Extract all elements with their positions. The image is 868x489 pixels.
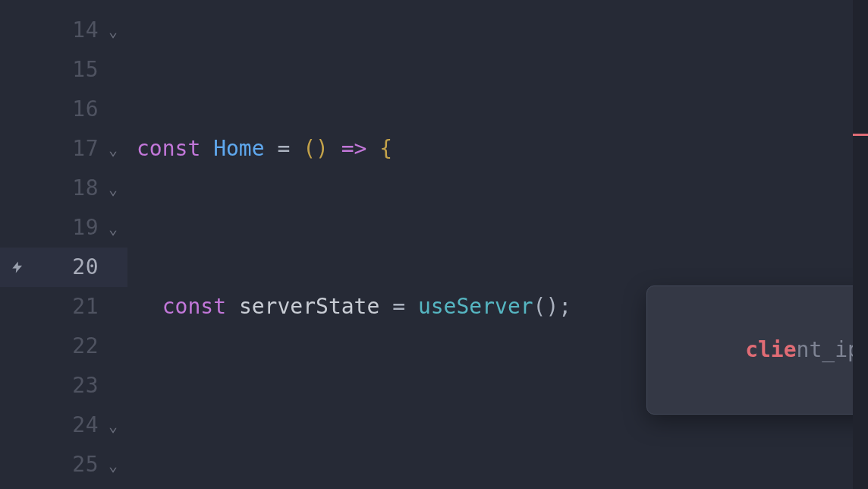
fold-toggle[interactable]: ⌄ [99,406,127,446]
line-number: 23 [12,366,99,405]
line-number: 22 [12,327,99,366]
fold-toggle[interactable]: ⌄ [99,11,127,51]
gutter-row: 19 ⌄ [0,208,127,248]
fold-toggle[interactable]: ⌄ [99,130,127,169]
gutter-row: 23 [0,366,127,405]
code-area[interactable]: const Home = () => { const serverState =… [127,0,868,489]
scrollbar[interactable] [853,0,868,489]
autocomplete-rest: nt_ip [797,337,860,362]
error-marker[interactable] [853,134,868,136]
autocomplete-match: clie [745,337,796,362]
gutter-row: 18 ⌄ [0,169,127,208]
code-editor[interactable]: 14 ⌄ 15 16 17 ⌄ 18 ⌄ 19 ⌄ [0,0,868,489]
gutter: 14 ⌄ 15 16 17 ⌄ 18 ⌄ 19 ⌄ [0,0,127,489]
line-number: 19 [12,208,99,248]
line-number: 21 [12,287,99,327]
gutter-row: 20 [0,248,127,287]
line-number: 14 [12,11,99,50]
fold-toggle[interactable]: ⌄ [99,209,127,248]
gutter-row: 14 ⌄ [0,11,127,50]
line-number: 24 [12,405,99,445]
code-line[interactable]: const Home = () => { [127,129,868,169]
line-number: 15 [12,50,99,90]
gutter-row: 25 ⌄ [0,445,127,484]
bolt-icon [11,260,24,274]
gutter-row: 21 [0,287,127,327]
line-number: 17 [12,129,99,169]
fold-toggle[interactable]: ⌄ [99,446,127,485]
line-number: 18 [12,169,99,208]
fold-toggle[interactable]: ⌄ [99,169,127,209]
code-line[interactable] [127,445,868,484]
gutter-row: 22 [0,327,127,366]
gutter-row: 17 ⌄ [0,129,127,169]
gutter-row: 24 ⌄ [0,405,127,445]
gutter-row: 16 [0,90,127,129]
gutter-row: 15 [0,50,127,90]
line-number: 25 [12,445,99,484]
autocomplete-popup[interactable]: client_ip [646,286,868,415]
line-number: 16 [12,90,99,129]
line-number: 20 [12,248,99,287]
